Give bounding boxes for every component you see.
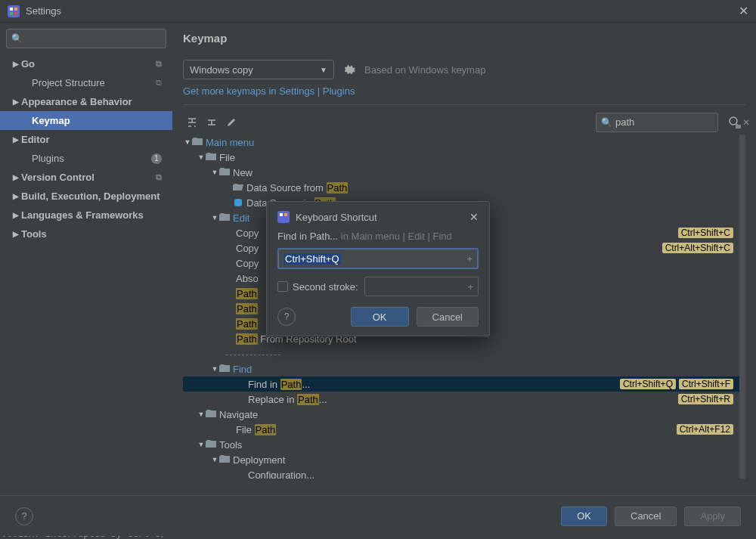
svg-point-5 <box>730 117 737 125</box>
plus-icon[interactable]: + <box>467 281 473 293</box>
tree-label: Configuration... <box>248 469 314 479</box>
tree-label: New <box>233 167 253 178</box>
folder-icon <box>219 455 230 464</box>
action-name: Find in Path... <box>277 231 338 242</box>
tree-label: Edit <box>233 212 249 224</box>
tree-node-navigate[interactable]: ▼Navigate <box>183 407 739 422</box>
keymap-search-input[interactable] <box>612 116 742 128</box>
plus-icon[interactable]: + <box>466 253 472 265</box>
second-stroke-checkbox[interactable] <box>277 281 288 292</box>
search-icon: 🔍 <box>601 117 612 128</box>
title-bar: Settings ✕ <box>0 0 756 23</box>
help-icon[interactable]: ? <box>15 507 33 525</box>
based-on-label: Based on Windows keymap <box>364 64 485 76</box>
shortcut-badge: Ctrl+Shift+Q <box>620 379 676 389</box>
second-stroke-label: Second stroke: <box>293 281 358 293</box>
tree-node-file[interactable]: ▼File <box>183 150 739 165</box>
tree-node-find[interactable]: ▼Find <box>183 361 739 376</box>
button-label: Cancel <box>631 510 661 522</box>
folder-open-icon <box>233 183 243 192</box>
sidebar-search[interactable]: 🔍 <box>6 29 166 48</box>
tree-node-tools[interactable]: ▼Tools <box>183 437 739 452</box>
tree-node-replace-in-path[interactable]: Replace in Path...Ctrl+Shift+R <box>183 392 739 407</box>
plugins-link[interactable]: Plugins <box>323 85 355 97</box>
tree-label: File <box>219 152 235 163</box>
sidebar-item-editor[interactable]: ▶Editor <box>6 130 166 149</box>
sidebar-item-label: Tools <box>21 228 47 240</box>
tree-label: Tools <box>219 439 242 451</box>
sidebar-item-languages[interactable]: ▶Languages & Frameworks <box>6 206 166 225</box>
keymap-profile-dropdown[interactable]: Windows copy ▼ <box>183 60 334 79</box>
ok-button[interactable]: OK <box>351 307 409 327</box>
svg-rect-10 <box>284 213 287 216</box>
find-by-shortcut-icon[interactable] <box>724 112 745 133</box>
folder-icon <box>206 410 216 419</box>
action-path: Find in Path... in Main menu | Edit | Fi… <box>277 231 479 242</box>
cancel-button[interactable]: Cancel <box>615 506 677 526</box>
tree-node-main-menu[interactable]: ▼Main menu <box>183 135 739 150</box>
folder-icon <box>219 364 230 373</box>
sidebar-item-label: Project Structure <box>21 77 105 88</box>
svg-rect-4 <box>14 12 17 15</box>
tree-separator: -------------- <box>183 346 739 361</box>
tree-label: Abso <box>236 273 259 284</box>
get-more-keymaps-link[interactable]: Get more keymaps in Settings <box>183 85 314 97</box>
expand-tree-icon[interactable] <box>183 113 201 132</box>
tree-node-ds-from-path[interactable]: Data Source from Path <box>183 180 739 195</box>
tree-node-file-path[interactable]: File PathCtrl+Alt+F12 <box>183 422 739 437</box>
shortcut-badge: Ctrl+Alt+F12 <box>677 424 733 435</box>
first-stroke-input[interactable]: Ctrl+Shift+Q + <box>277 248 479 269</box>
tree-label: Path <box>236 318 258 330</box>
sidebar-item-tools[interactable]: ▶Tools <box>6 225 166 243</box>
shortcut-badge: Ctrl+Alt+Shift+C <box>662 243 733 253</box>
close-icon[interactable]: ✕ <box>469 211 479 223</box>
sidebar-item-build[interactable]: ▶Build, Execution, Deployment <box>6 187 166 206</box>
sidebar-item-keymap[interactable]: Keymap <box>0 111 172 130</box>
second-stroke-input[interactable]: + <box>364 277 479 296</box>
action-location: in Main menu | Edit | Find <box>338 231 452 242</box>
svg-rect-0 <box>8 5 20 17</box>
page-title: Keymap <box>183 32 745 45</box>
tree-label: Data Source from Path <box>246 182 348 194</box>
folder-icon <box>192 138 203 147</box>
sidebar-item-label: Build, Execution, Deployment <box>21 191 160 202</box>
tree-label: Copy <box>236 258 259 269</box>
sidebar-item-vcs[interactable]: ▶Version Control⧉ <box>6 168 166 187</box>
svg-rect-1 <box>10 8 13 11</box>
edit-icon[interactable] <box>222 113 240 132</box>
search-icon: 🔍 <box>11 33 23 44</box>
sidebar-search-input[interactable] <box>26 33 161 45</box>
tree-node-new[interactable]: ▼New <box>183 165 739 180</box>
close-icon[interactable]: ✕ <box>739 4 748 18</box>
keymap-search[interactable]: 🔍 ✕ <box>596 113 718 132</box>
svg-rect-3 <box>10 12 13 15</box>
keyboard-shortcut-dialog: Keyboard Shortcut ✕ Find in Path... in M… <box>266 201 490 336</box>
svg-point-7 <box>234 199 242 202</box>
tree-node-deployment[interactable]: ▼Deployment <box>183 452 739 467</box>
tree-node-find-in-path[interactable]: Find in Path...Ctrl+Shift+QCtrl+Shift+F <box>183 376 739 392</box>
svg-rect-8 <box>277 211 290 223</box>
tree-node-configuration[interactable]: Configuration... <box>183 467 739 479</box>
folder-icon <box>219 168 230 177</box>
ok-button[interactable]: OK <box>561 506 607 526</box>
cancel-button[interactable]: Cancel <box>417 307 479 327</box>
shortcut-badge: Ctrl+Shift+C <box>678 228 733 238</box>
tree-label: File Path <box>236 424 276 435</box>
collapse-tree-icon[interactable] <box>203 113 221 132</box>
sidebar-item-label: Appearance & Behavior <box>21 96 132 107</box>
database-icon <box>233 198 243 207</box>
sidebar-item-label: Plugins <box>21 153 64 164</box>
sidebar-item-plugins[interactable]: Plugins1 <box>6 149 166 168</box>
sidebar-item-project-structure[interactable]: Project Structure⧉ <box>6 73 166 92</box>
button-label: OK <box>373 311 387 323</box>
gear-icon[interactable] <box>343 64 355 76</box>
sidebar-item-label: Editor <box>21 134 50 145</box>
sidebar-item-appearance[interactable]: ▶Appearance & Behavior <box>6 92 166 111</box>
help-icon[interactable]: ? <box>277 308 296 326</box>
apply-button[interactable]: Apply <box>684 506 741 526</box>
scope-icon: ⧉ <box>156 172 162 182</box>
folder-icon <box>219 213 230 222</box>
sidebar-item-go[interactable]: ▶Go⧉ <box>6 54 166 73</box>
app-icon <box>8 5 20 17</box>
sidebar-item-label: Version Control <box>21 172 94 183</box>
